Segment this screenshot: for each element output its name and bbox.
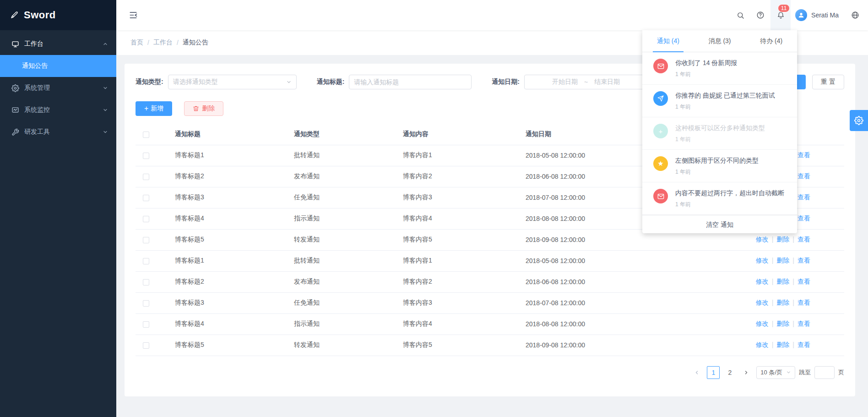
notification-tabs: 通知 (4) 消息 (3) 待办 (4)	[642, 30, 797, 52]
user-menu[interactable]: Serati Ma	[795, 9, 839, 21]
edit-link[interactable]: 修改	[756, 257, 769, 264]
cell-content: 博客内容5	[396, 335, 518, 356]
page-button-2[interactable]: 2	[723, 366, 736, 379]
pagination: 1 2 10 条/页 跳至 页	[136, 366, 844, 379]
notification-item[interactable]: + 这种模板可以区分多种通知类型 1 年前	[642, 117, 797, 150]
select-all-checkbox[interactable]	[143, 132, 149, 138]
row-checkbox[interactable]	[143, 321, 149, 328]
breadcrumb-home[interactable]: 首页	[130, 38, 143, 47]
view-link[interactable]: 查看	[797, 341, 810, 348]
help-icon[interactable]	[750, 0, 770, 30]
settings-gear-button[interactable]	[850, 110, 868, 131]
jump-label: 跳至	[799, 368, 811, 377]
sidebar-item-system-monitor[interactable]: 系统监控	[0, 99, 116, 121]
view-link[interactable]: 查看	[797, 193, 810, 201]
row-checkbox[interactable]	[143, 216, 149, 222]
edit-link[interactable]: 修改	[756, 236, 769, 243]
sidebar-item-dev-tools[interactable]: 研发工具	[0, 121, 116, 143]
bell-icon[interactable]: 11	[770, 0, 791, 30]
tab-notices[interactable]: 通知 (4)	[642, 30, 694, 52]
type-select-placeholder: 请选择通知类型	[173, 78, 218, 86]
view-link[interactable]: 查看	[797, 151, 810, 159]
tab-messages[interactable]: 消息 (3)	[694, 30, 746, 52]
add-button[interactable]: + 新增	[136, 101, 172, 116]
row-checkbox[interactable]	[143, 300, 149, 307]
col-type: 通知类型	[287, 124, 396, 145]
row-checkbox[interactable]	[143, 279, 149, 285]
date-range-picker[interactable]: 开始日期 ~ 结束日期	[524, 75, 648, 89]
view-link[interactable]: 查看	[797, 172, 810, 180]
notification-title: 这种模板可以区分多种通知类型	[675, 124, 765, 132]
avatar	[795, 9, 807, 21]
edit-link[interactable]: 修改	[756, 320, 769, 327]
main-area: 11 Serati Ma 首页 / 工作台 / 通知公告	[116, 0, 868, 417]
notification-title: 你推荐的 曲妮妮 已通过第三轮面试	[675, 91, 775, 99]
delete-link[interactable]: 删除	[776, 278, 789, 285]
date-start-placeholder: 开始日期	[552, 78, 578, 86]
page-unit-label: 页	[838, 368, 844, 377]
page-button-1[interactable]: 1	[707, 366, 720, 379]
view-link[interactable]: 查看	[797, 236, 810, 243]
view-link[interactable]: 查看	[797, 257, 810, 264]
sidebar-item-workbench[interactable]: 工作台	[0, 33, 116, 55]
type-select[interactable]: 请选择通知类型	[168, 75, 297, 89]
globe-icon[interactable]	[845, 0, 865, 30]
clear-notifications-button[interactable]: 清空 通知	[642, 215, 797, 233]
delete-button[interactable]: 删除	[184, 101, 223, 116]
view-link[interactable]: 查看	[797, 320, 810, 327]
cell-type: 批转通知	[287, 145, 396, 166]
sidebar-menu: 工作台 通知公告 系统管理	[0, 30, 116, 143]
app-logo[interactable]: Sword	[0, 0, 116, 30]
notification-title: 你收到了 14 份新周报	[675, 59, 737, 67]
sidebar-item-label: 系统管理	[24, 84, 98, 92]
edit-link[interactable]: 修改	[756, 341, 769, 348]
delete-link[interactable]: 删除	[776, 341, 789, 348]
row-checkbox[interactable]	[143, 153, 149, 159]
cell-title: 博客标题4	[168, 208, 287, 229]
edit-link[interactable]: 修改	[756, 299, 769, 306]
notification-item[interactable]: 你收到了 14 份新周报 1 年前	[642, 52, 797, 85]
notification-time: 1 年前	[675, 71, 737, 78]
cell-date: 2018-09-08 12:00:00	[518, 335, 720, 356]
sidebar-item-notice[interactable]: 通知公告	[0, 55, 116, 77]
star-icon: ★	[653, 156, 668, 171]
menu-fold-icon[interactable]	[126, 8, 140, 22]
row-checkbox[interactable]	[143, 258, 149, 264]
col-title: 通知标题	[168, 124, 287, 145]
jump-page-input[interactable]	[814, 366, 835, 379]
sword-logo-icon	[10, 11, 18, 19]
view-link[interactable]: 查看	[797, 214, 810, 222]
row-checkbox[interactable]	[143, 237, 149, 243]
cell-content: 博客内容2	[396, 271, 518, 292]
row-checkbox[interactable]	[143, 195, 149, 201]
notification-item[interactable]: ★ 左侧图标用于区分不同的类型 1 年前	[642, 150, 797, 182]
row-checkbox[interactable]	[143, 174, 149, 180]
edit-link[interactable]: 修改	[756, 278, 769, 285]
search-icon[interactable]	[730, 0, 750, 30]
cell-date: 2018-05-08 12:00:00	[518, 250, 720, 271]
delete-link[interactable]: 删除	[776, 320, 789, 327]
delete-link[interactable]: 删除	[776, 257, 789, 264]
view-link[interactable]: 查看	[797, 299, 810, 306]
sidebar-item-system-manage[interactable]: 系统管理	[0, 77, 116, 99]
tab-todos[interactable]: 待办 (4)	[745, 30, 797, 52]
page-size-select[interactable]: 10 条/页	[756, 366, 795, 379]
reset-button[interactable]: 重 置	[812, 75, 844, 89]
cell-date: 2018-06-08 12:00:00	[518, 271, 720, 292]
delete-link[interactable]: 删除	[776, 299, 789, 306]
cell-date: 2018-07-08 12:00:00	[518, 292, 720, 313]
cell-title: 博客标题1	[168, 145, 287, 166]
notification-item[interactable]: 内容不要超过两行字，超出时自动截断 1 年前	[642, 182, 797, 215]
breadcrumb-workbench[interactable]: 工作台	[153, 38, 173, 47]
cell-content: 博客内容1	[396, 250, 518, 271]
delete-link[interactable]: 删除	[776, 236, 789, 243]
notification-item[interactable]: 你推荐的 曲妮妮 已通过第三轮面试 1 年前	[642, 85, 797, 117]
title-input[interactable]	[354, 78, 467, 86]
row-checkbox[interactable]	[143, 342, 149, 349]
cell-title: 博客标题2	[168, 271, 287, 292]
prev-page-icon[interactable]	[690, 366, 703, 379]
table-row: 博客标题3 任免通知 博客内容3 2018-07-08 12:00:00 修改|…	[136, 292, 844, 313]
plus-icon: +	[144, 105, 148, 112]
next-page-icon[interactable]	[740, 366, 753, 379]
view-link[interactable]: 查看	[797, 278, 810, 285]
